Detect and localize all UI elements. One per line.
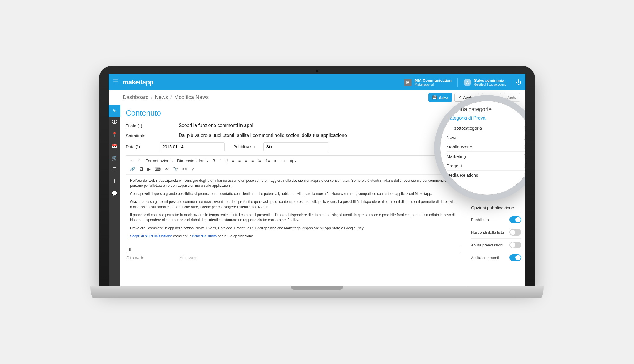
link-icon: 🔗	[130, 167, 135, 171]
table-button[interactable]: ▦▾	[288, 157, 298, 164]
indent-icon: ⇥	[282, 158, 286, 163]
rail-edit[interactable]: ✎	[109, 105, 120, 117]
italic-button[interactable]: I	[218, 157, 222, 164]
site-label: Sito web	[126, 255, 179, 260]
image-button[interactable]: 🖼	[137, 166, 145, 173]
user-avatar: A	[464, 79, 471, 86]
date-label: Data (*)	[126, 144, 151, 149]
request-link[interactable]: richiedila subito	[192, 234, 217, 238]
checkbox[interactable]	[524, 145, 525, 149]
align-left-button[interactable]: ≡	[230, 157, 236, 164]
checkbox[interactable]	[524, 154, 525, 158]
rail-location[interactable]: 📍	[109, 128, 120, 140]
video-icon: ▶	[147, 167, 151, 171]
publish-options: PubblicatoNascondi dalla listaAbilita pr…	[471, 213, 521, 264]
list-ul-button[interactable]: ⁝≡	[256, 157, 263, 164]
checkbox[interactable]	[524, 164, 525, 168]
format-dropdown[interactable]: Formattazioni▾	[144, 157, 175, 164]
breadcrumb-current: Modifica News	[174, 94, 209, 101]
org-switcher[interactable]: M MIA Communication Makeitapp srl	[402, 78, 453, 87]
subtitle-value[interactable]: Dai più valore ai tuoi utenti, abilita i…	[179, 133, 461, 138]
brand-logo[interactable]: makeitapp	[123, 79, 153, 86]
cart-icon: 🛒	[112, 155, 117, 161]
rail-calendar[interactable]: 📅	[109, 140, 120, 152]
date-input[interactable]	[160, 142, 225, 151]
outdent-button[interactable]: ⇤	[273, 157, 280, 164]
laptop-base	[90, 286, 544, 298]
title-label: Titolo (*)	[126, 123, 179, 128]
power-icon[interactable]: ⏻	[516, 79, 521, 86]
fullscreen-button[interactable]: ⤢	[189, 166, 196, 173]
preview-button[interactable]: 👁	[163, 166, 171, 173]
divider	[512, 78, 512, 87]
org-sub: Makeitapp srl	[415, 83, 452, 86]
undo-button[interactable]: ↶	[128, 157, 135, 164]
caret-icon: ▾	[295, 159, 296, 163]
find-button[interactable]: 🔭	[171, 166, 180, 173]
user-menu[interactable]: A Salve admin.mia Gestisci il tuo accoun…	[462, 78, 507, 87]
save-label: Salva	[439, 95, 448, 100]
laptop-mockup: ☰ makeitapp M MIA Communication Makeitap…	[99, 66, 535, 298]
fontsize-dropdown[interactable]: Dimensioni font▾	[175, 157, 210, 164]
title-value[interactable]: Scopri la funzione commenti in app!	[179, 123, 461, 128]
body-p: Grazie ad essa gli utenti possono commen…	[130, 199, 457, 210]
underline-button[interactable]: U	[223, 157, 229, 164]
breadcrumb-news[interactable]: News	[155, 94, 168, 101]
category-row[interactable]: sottocategoria	[447, 123, 525, 133]
category-row[interactable]: Media Relations	[447, 170, 525, 180]
category-row[interactable]: Marketing	[447, 151, 525, 161]
list-ol-button[interactable]: 1≡	[264, 157, 272, 164]
rail-translate[interactable]: 🈂	[109, 164, 120, 176]
rail-cart[interactable]: 🛒	[109, 152, 120, 164]
body-p-links: Scopri di più sulla funzione commenti o …	[130, 234, 457, 239]
underline-icon: U	[225, 158, 228, 163]
align-right-icon: ≡	[245, 158, 247, 163]
publish-select[interactable]: Sito	[263, 142, 328, 151]
checkbox[interactable]	[524, 136, 525, 140]
align-right-button[interactable]: ≡	[243, 157, 249, 164]
source-button[interactable]: <>	[180, 166, 189, 173]
editor-content[interactable]: Nell'era del web il passaparola e il con…	[126, 175, 461, 246]
toggle-switch[interactable]	[509, 216, 521, 223]
menu-icon[interactable]: ☰	[113, 79, 119, 86]
category-row[interactable]: Progetti	[447, 161, 525, 170]
save-button[interactable]: 💾 Salva	[428, 93, 452, 102]
redo-button[interactable]: ↷	[136, 157, 143, 164]
category-list: sottocategoriaNewsMobile WorldMarketingP…	[447, 123, 525, 180]
category-row[interactable]: News	[447, 133, 525, 142]
align-center-button[interactable]: ≡	[237, 157, 243, 164]
rail-image[interactable]: 🖼	[109, 117, 120, 128]
date-publish-row: Data (*) Pubblica su Sito	[126, 141, 461, 154]
rail-comments[interactable]: 💬	[109, 187, 120, 199]
publish-option-row: Nascondi dalla lista	[471, 226, 521, 238]
publish-label: Pubblica su	[233, 144, 255, 149]
link-button[interactable]: 🔗	[128, 166, 137, 173]
video-button[interactable]: ▶	[146, 166, 152, 173]
keyboard-button[interactable]: ⌨	[153, 166, 162, 173]
toggle-switch[interactable]	[509, 229, 521, 236]
align-justify-button[interactable]: ≡	[250, 157, 255, 164]
checkbox[interactable]	[524, 173, 525, 177]
category-label: Progetti	[447, 163, 462, 168]
caret-icon: ▾	[207, 159, 208, 163]
learn-more-link[interactable]: Scopri di più sulla funzione	[130, 234, 172, 238]
rail-facebook[interactable]: f	[109, 176, 120, 187]
org-avatar: M	[404, 79, 412, 86]
main-panel: Contenuto Titolo (*) Scopri la funzione …	[120, 105, 467, 286]
toggle-switch[interactable]	[509, 242, 521, 248]
category-group-head[interactable]: Categoria di Prova	[447, 116, 525, 121]
publish-option-row: Abilita prenotazioni	[471, 238, 521, 251]
list-ol-icon: 1≡	[265, 158, 270, 163]
italic-icon: I	[219, 158, 220, 163]
image-icon: 🖼	[139, 167, 143, 171]
breadcrumb-dashboard[interactable]: Dashboard	[123, 94, 149, 101]
toggle-switch[interactable]	[509, 254, 521, 261]
camera-dot	[316, 70, 318, 72]
category-row[interactable]: Mobile World	[447, 142, 525, 151]
help-label: Aiuto	[507, 95, 516, 100]
bold-button[interactable]: B	[210, 157, 217, 164]
subtitle-row: Sottotitolo Dai più valore ai tuoi utent…	[126, 131, 461, 141]
checkbox[interactable]	[524, 126, 525, 130]
indent-button[interactable]: ⇥	[280, 157, 287, 164]
site-value[interactable]: Sito web	[179, 255, 461, 261]
